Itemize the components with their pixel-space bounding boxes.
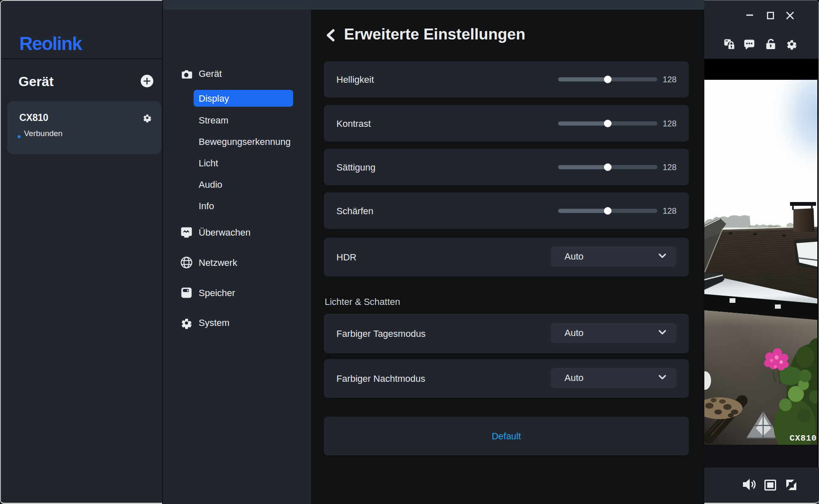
- svg-text:CX810: CX810: [790, 433, 817, 443]
